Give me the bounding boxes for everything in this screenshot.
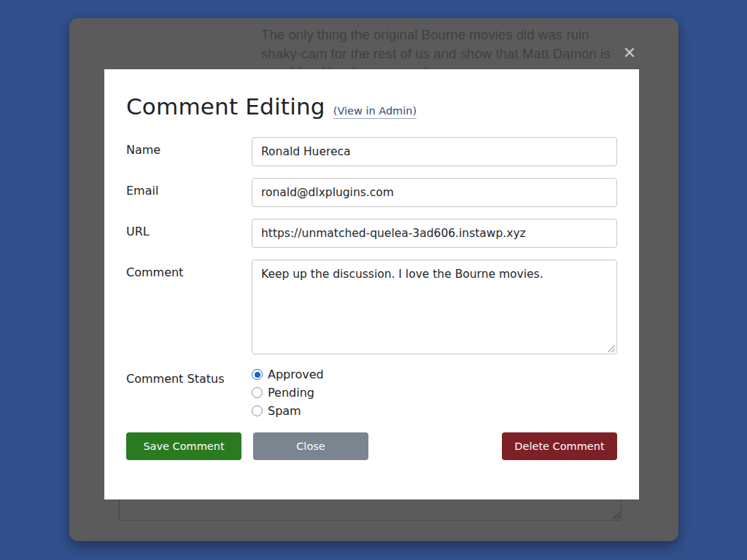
comment-label: Comment <box>126 260 252 279</box>
resize-grip-icon <box>611 510 620 519</box>
page-title: Comment Editing <box>126 93 325 120</box>
comment-editing-modal: Comment Editing (View in Admin) Name Ema… <box>104 69 639 499</box>
name-field[interactable] <box>252 137 617 166</box>
radio-pending-icon[interactable] <box>252 387 263 398</box>
name-label: Name <box>126 137 252 157</box>
save-comment-button[interactable]: Save Comment <box>126 432 241 460</box>
view-in-admin-link[interactable]: (View in Admin) <box>333 105 417 119</box>
url-row: URL <box>126 219 617 248</box>
url-field[interactable] <box>252 219 617 248</box>
comment-status-label: Comment Status <box>126 366 252 386</box>
close-icon[interactable]: ✕ <box>620 44 639 63</box>
radio-approved[interactable]: Approved <box>252 368 617 381</box>
status-row: Comment Status Approved Pending Spam <box>126 366 617 418</box>
radio-spam-icon[interactable] <box>252 405 263 416</box>
radio-approved-icon[interactable] <box>252 369 263 380</box>
url-label: URL <box>126 219 252 238</box>
comment-field[interactable]: Keep up the discussion. I love the Bourn… <box>252 260 617 354</box>
modal-header: Comment Editing (View in Admin) <box>126 93 617 120</box>
delete-comment-button[interactable]: Delete Comment <box>502 432 617 460</box>
radio-pending[interactable]: Pending <box>252 386 617 400</box>
email-row: Email <box>126 178 617 207</box>
close-button[interactable]: Close <box>253 432 368 460</box>
email-field[interactable] <box>252 178 617 207</box>
comment-row: Comment Keep up the discussion. I love t… <box>126 260 617 354</box>
radio-spam[interactable]: Spam <box>252 404 617 418</box>
name-row: Name <box>126 137 617 166</box>
email-label: Email <box>126 178 252 198</box>
modal-actions: Save Comment Close Delete Comment <box>126 432 617 460</box>
